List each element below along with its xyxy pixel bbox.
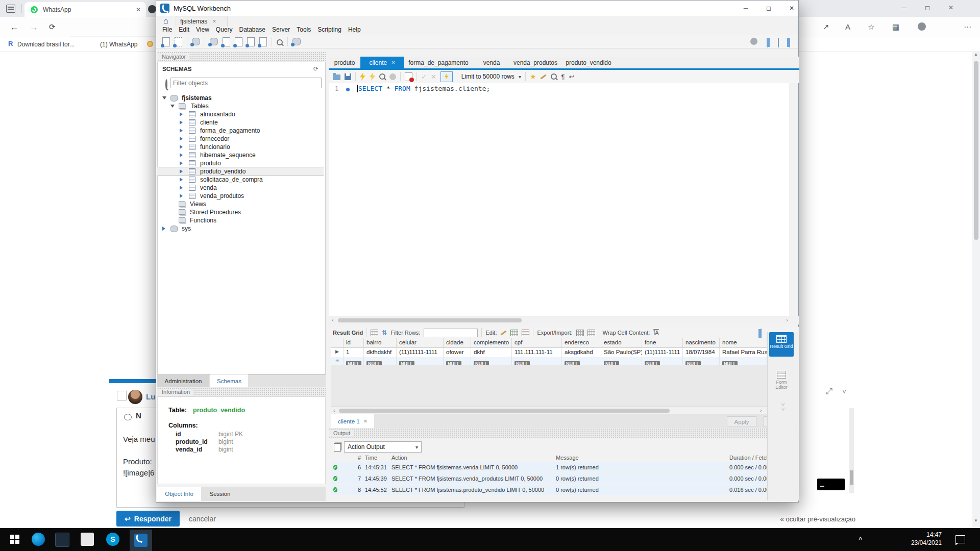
sql-editor[interactable]: 1 SELECT * FROM fjsistemas.cliente;: [329, 83, 789, 316]
second-tab-favicon[interactable]: [148, 5, 156, 13]
home-tab-icon[interactable]: ⌂: [163, 16, 168, 26]
col-header-fone[interactable]: fone: [642, 338, 683, 348]
open-script-icon[interactable]: [333, 74, 340, 80]
tree-item-fornecedor[interactable]: fornecedor: [157, 135, 324, 143]
delete-row-icon[interactable]: [522, 330, 529, 336]
cell-cidade[interactable]: ofower: [444, 348, 471, 357]
action-center-icon[interactable]: [955, 535, 965, 543]
bookmark-whatsapp[interactable]: (1) WhatsApp: [100, 41, 137, 48]
col-header-endereco[interactable]: endereco: [562, 338, 601, 348]
invisible-chars-icon[interactable]: ¶: [561, 73, 565, 81]
col-header-complemento[interactable]: complemento: [471, 338, 512, 348]
taskbar-files-icon[interactable]: [81, 533, 94, 546]
bookmark-sun-icon[interactable]: [147, 41, 153, 47]
cell-nascimento[interactable]: 18/07/1984: [683, 348, 720, 357]
tab-close-icon[interactable]: ✕: [136, 6, 141, 13]
create-view-icon[interactable]: [235, 37, 242, 46]
bookmark-r-favicon[interactable]: R: [8, 40, 13, 47]
create-procedure-icon[interactable]: [247, 37, 255, 46]
output-row-7[interactable]: ✓ 7 14:45:39 SELECT * FROM fjsistemas.ve…: [331, 473, 789, 484]
reply-button[interactable]: ↩ Responder: [116, 511, 180, 527]
menu-view[interactable]: View: [196, 26, 209, 35]
tree-item-cliente[interactable]: cliente: [157, 118, 324, 127]
tree-item-venda-produtos[interactable]: venda_produtos: [157, 192, 324, 200]
grid-hscrollbar-thumb[interactable]: [339, 409, 670, 413]
menu-tools[interactable]: Tools: [297, 26, 311, 35]
clean-icon[interactable]: [541, 74, 547, 79]
quote-bubble-icon[interactable]: [124, 414, 132, 420]
favorites-icon[interactable]: ☆: [868, 22, 874, 32]
taskbar-skype-icon[interactable]: S: [106, 533, 119, 546]
cell-celular[interactable]: (11)11111-1111: [397, 348, 444, 357]
start-button[interactable]: [10, 535, 19, 544]
toggle-left-panel-icon[interactable]: [767, 38, 768, 47]
col-header-estado[interactable]: estado: [601, 338, 642, 348]
hscroll-left-icon[interactable]: ‹: [332, 317, 334, 323]
translate-icon[interactable]: A: [845, 22, 850, 31]
taskbar-app-icon[interactable]: [55, 533, 69, 547]
tab-session[interactable]: Session: [202, 487, 238, 501]
toggle-right-panel-icon[interactable]: [789, 38, 790, 47]
col-header-cidade[interactable]: cidade: [444, 338, 471, 348]
wb-minimize-icon[interactable]: ─: [738, 3, 753, 13]
search-data-icon[interactable]: [277, 39, 283, 45]
connection-tab-close-icon[interactable]: ✕: [212, 19, 216, 24]
tab-search-icon[interactable]: [6, 5, 15, 13]
wrap-text-icon[interactable]: ↩: [569, 73, 574, 81]
action-output-select[interactable]: Action Output ▾: [344, 441, 422, 453]
menu-help[interactable]: Help: [348, 26, 361, 35]
grid-hscroll-right-icon[interactable]: ›: [760, 407, 762, 413]
scroll-down-icon[interactable]: ▼: [974, 518, 978, 523]
create-schema-icon[interactable]: [210, 38, 218, 45]
cell-nome[interactable]: Rafael Parra Rust: [720, 348, 767, 357]
tree-item-sys[interactable]: sys: [157, 224, 324, 233]
tree-item-funcionario[interactable]: funcionario: [157, 143, 324, 151]
import-icon[interactable]: [587, 330, 595, 336]
taskbar-clock[interactable]: 14:47 23/04/2021: [891, 531, 942, 547]
browser-maximize-icon[interactable]: ◻: [920, 3, 935, 13]
stop-on-error-icon[interactable]: [405, 72, 412, 81]
cell-endereco[interactable]: aksgdkahd: [562, 348, 601, 357]
find-icon[interactable]: [551, 73, 557, 80]
preview-scrollbar[interactable]: [849, 408, 854, 493]
tab-administration[interactable]: Administration: [157, 374, 209, 387]
connect-database-icon[interactable]: [292, 38, 301, 45]
connection-tab-fjsistemas[interactable]: fjsistemas ✕: [176, 16, 228, 27]
tree-item-hibernate-sequence[interactable]: hibernate_sequence: [157, 151, 324, 159]
side-result-grid-button[interactable]: Result Grid: [769, 332, 794, 357]
tray-chevron-icon[interactable]: ˄: [859, 535, 863, 542]
query-tab-cliente[interactable]: cliente ✕: [360, 57, 404, 68]
cell-estado[interactable]: São Paulo(SP): [601, 348, 642, 357]
toggle-bottom-panel-icon[interactable]: [778, 38, 779, 47]
scroll-up-icon[interactable]: ▲: [974, 52, 978, 57]
save-script-icon[interactable]: [345, 73, 351, 80]
result-tab-close-icon[interactable]: ✕: [363, 418, 368, 424]
query-tab-venda-produtos[interactable]: venda_produtos: [510, 57, 560, 68]
tree-item-venda[interactable]: venda: [157, 184, 324, 192]
tree-item-produto[interactable]: produto: [157, 159, 324, 167]
grid-hscroll-left-icon[interactable]: ‹: [333, 407, 335, 413]
menu-scripting[interactable]: Scripting: [317, 26, 341, 35]
tree-item-stored-procedures[interactable]: Stored Procedures: [157, 208, 324, 216]
tree-item-functions[interactable]: Functions: [157, 216, 324, 224]
editor-hscrollbar[interactable]: ‹ ›: [329, 316, 799, 324]
preview-collapse-icon[interactable]: ˅: [842, 388, 846, 396]
browser-tab-whatsapp[interactable]: WhatsApp ✕: [24, 2, 146, 17]
cell-bairro[interactable]: dkfhdskhf: [364, 348, 397, 357]
autocommit-toggle-icon[interactable]: [440, 71, 453, 82]
inspector-icon[interactable]: [192, 38, 200, 45]
tree-item-tables[interactable]: Tables: [157, 102, 324, 110]
share-icon[interactable]: ↗: [823, 22, 829, 32]
preview-scrollbar-thumb[interactable]: [850, 470, 853, 485]
grid-hscrollbar[interactable]: ‹ ›: [331, 406, 767, 415]
apply-button[interactable]: Apply: [727, 416, 756, 427]
wb-close-icon[interactable]: ✕: [784, 3, 799, 13]
grid-view-icon[interactable]: [371, 330, 378, 336]
tree-item-fjsistemas[interactable]: fjsistemas: [157, 94, 324, 102]
limit-dropdown-arrow[interactable]: ▾: [519, 74, 521, 80]
grid-data-row[interactable]: ▶ 1 dkfhdskhf (11)11111-1111 ofower dkhf…: [331, 348, 767, 357]
wb-maximize-icon[interactable]: ◻: [761, 3, 776, 13]
tree-item-solicitacao-de-compra[interactable]: solicitacao_de_compra: [157, 176, 324, 184]
col-header-bairro[interactable]: bairro: [364, 338, 397, 348]
cancel-link[interactable]: cancelar: [189, 515, 216, 523]
